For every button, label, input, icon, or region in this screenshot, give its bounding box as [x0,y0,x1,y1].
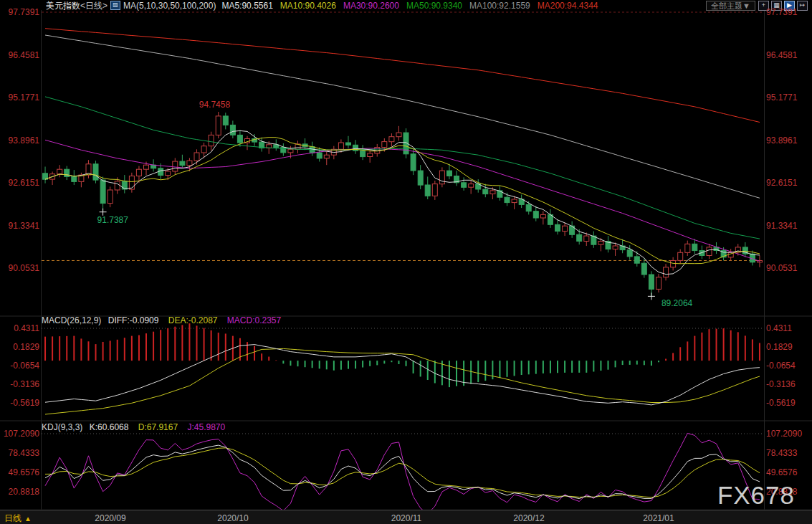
kdj-j-value: J:45.9870 [188,422,226,432]
left-axis-label: 90.0531 [1,263,39,273]
right-axis-label: 0.1829 [766,342,805,352]
right-axis-label: -0.5619 [766,398,805,408]
left-axis-label: 96.4581 [1,50,39,60]
candlestick-style-icon[interactable]: ▨ [110,1,120,10]
left-axis-label: 91.3341 [1,221,39,231]
right-axis-label: 91.3341 [766,221,805,231]
ma50-value: MA50:90.9340 [406,1,462,11]
low-price-annotation: 89.2064 [661,298,692,308]
kdj-title: KDJ(9,3,3) [42,422,82,432]
macd-dea-value: DEA:-0.2087 [168,315,218,325]
chart-application: 美元指数 <日线> ▨ MA(5,10,30,50,100,200) MA5:9… [0,0,812,524]
left-axis-label: -0.0654 [1,361,39,371]
right-axis-label: 90.0531 [766,263,805,273]
ma30-value: MA30:90.2600 [343,1,399,11]
left-axis-label: 0.1829 [1,342,39,352]
macd-diff-value: DIFF:-0.0909 [108,315,159,325]
left-axis-label: 107.2090 [1,429,39,439]
ma-group-label: MA(5,10,30,50,100,200) [123,1,216,11]
ma10-value: MA10:90.4026 [280,1,336,11]
kdj-d-value: D:67.9167 [138,422,178,432]
right-axis-label: 0.4311 [766,323,805,333]
left-axis-label: 97.7391 [1,7,39,17]
macd-title: MACD(26,12,9) [42,315,101,325]
left-axis-label: 49.6576 [1,467,39,477]
left-axis-label: 95.1771 [1,92,39,103]
macd-header: MACD(26,12,9) DIFF:-0.0909 DEA:-0.2087 M… [42,315,288,325]
theme-select-button[interactable]: 全部主题▼ [706,1,755,11]
left-axis-label: 0.4311 [1,323,39,333]
right-axis-label: -0.3136 [766,379,805,389]
ma5-value: MA5:90.5561 [221,1,272,11]
right-axis-label: -0.0654 [766,361,805,371]
date-label: 2020/10 [217,513,248,523]
left-axis-label: -0.5619 [1,398,39,408]
period-tag: <日线> [80,1,108,11]
right-axis-label: 107.2090 [766,429,805,439]
period-selector[interactable]: 日线▲ [4,513,32,524]
chart-canvas[interactable] [0,0,812,524]
date-label: 2020/11 [391,513,422,523]
ma100-value: MA100:92.1559 [469,1,530,11]
right-axis-label: 92.6151 [766,178,805,188]
time-axis-bar: 日线▲ 2020/092020/102020/112020/122021/01 [0,510,812,524]
watermark: FX678 [717,481,795,510]
ma200-value: MA200:94.4344 [538,1,598,11]
macd-macd-value: MACD:0.2357 [227,315,281,325]
right-axis-label: 49.6576 [766,467,805,477]
low-price-annotation: 91.7387 [97,215,128,225]
left-axis-label: 92.6151 [1,178,39,188]
date-label: 2020/12 [513,513,544,523]
period-label: 日线 [4,513,22,523]
kdj-panel[interactable] [45,433,760,514]
right-axis-label: 97.7391 [766,7,805,17]
macd-panel[interactable] [45,323,760,414]
right-axis-label: 96.4581 [766,50,805,60]
right-axis-label: 78.4333 [766,448,805,458]
chart-header: 美元指数 <日线> ▨ MA(5,10,30,50,100,200) MA5:9… [3,0,809,11]
right-axis-label: 93.8961 [766,135,805,146]
kdj-k-value: K:60.6068 [90,422,129,432]
kdj-header: KDJ(9,3,3) K:60.6068 D:67.9167 J:45.9870 [42,422,232,432]
period-up-arrow-icon: ▲ [24,515,32,523]
date-label: 2021/01 [643,513,674,523]
left-axis-label: 93.8961 [1,135,39,146]
left-axis-label: 20.8818 [1,487,39,497]
left-axis-label: -0.3136 [1,379,39,389]
date-label: 2020/09 [95,513,125,523]
high-price-annotation: 94.7458 [199,100,230,110]
instrument-name: 美元指数 [46,1,80,11]
left-axis-label: 78.4333 [1,448,39,458]
right-axis-label: 95.1771 [766,92,805,103]
main-price-panel[interactable] [43,29,763,300]
